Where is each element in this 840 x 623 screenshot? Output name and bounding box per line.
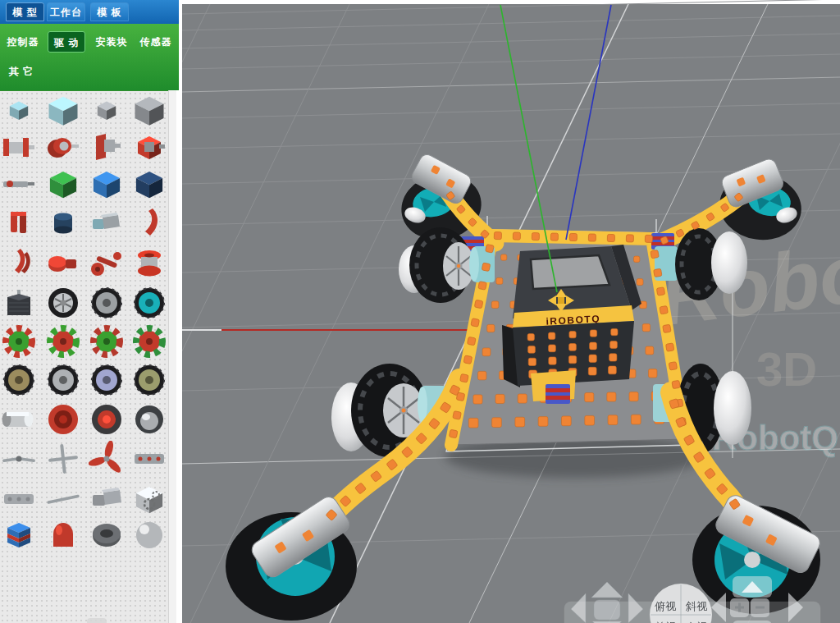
axis-z bbox=[566, 5, 611, 240]
part-sphere-silver[interactable] bbox=[131, 516, 167, 552]
part-axle-rod[interactable] bbox=[45, 481, 81, 517]
part-crank-rod-red[interactable] bbox=[89, 245, 125, 282]
part-wheel-gray-hub[interactable] bbox=[89, 285, 125, 321]
part-omni-wheel-red-a[interactable] bbox=[45, 323, 81, 360]
tab-workbench[interactable]: 工作台 bbox=[47, 2, 85, 21]
part-omni-wheel-red-b[interactable] bbox=[131, 323, 167, 360]
robot-model[interactable]: iROBOTQ bbox=[226, 152, 823, 621]
part-tire-ring-dark[interactable] bbox=[89, 516, 125, 552]
part-dome-red[interactable] bbox=[45, 516, 81, 552]
part-beam-gray[interactable] bbox=[1, 481, 37, 517]
part-motor-red-shaft[interactable] bbox=[1, 129, 37, 165]
category-mounting-block-label: 安装块 bbox=[96, 36, 128, 48]
part-ball-wheel-silver[interactable] bbox=[131, 401, 167, 437]
viewport-3d[interactable]: iRobotQ 3D RobotQ bbox=[182, 0, 840, 623]
top-tabbar: 模 型 工作台 模 板 bbox=[0, 0, 179, 24]
part-connector-teal-gray[interactable] bbox=[89, 204, 125, 240]
category-other-label: 其 它 bbox=[9, 66, 34, 77]
part-wheel-silver-hub[interactable] bbox=[45, 362, 81, 398]
part-propeller-red[interactable] bbox=[89, 441, 125, 477]
part-cube-navy[interactable] bbox=[131, 166, 167, 202]
part-pulley-red[interactable] bbox=[131, 245, 167, 282]
part-omni-wheel-green-a[interactable] bbox=[1, 323, 37, 360]
category-other[interactable]: 其 它 bbox=[5, 62, 38, 80]
part-motor-red-round[interactable] bbox=[45, 129, 81, 165]
part-block-teal-large[interactable] bbox=[45, 92, 81, 128]
gear-watermark bbox=[15, 616, 176, 623]
category-drive-label: 驱 动 bbox=[54, 37, 79, 48]
parts-palette bbox=[0, 90, 176, 623]
part-block-gray-small[interactable] bbox=[89, 92, 125, 128]
category-mounting-block[interactable]: 安装块 bbox=[94, 33, 130, 51]
part-wheel-olive-hub[interactable] bbox=[131, 362, 167, 398]
pan-pad bbox=[571, 582, 643, 623]
part-cylinder-red-peg[interactable] bbox=[45, 245, 81, 282]
part-wheel-dark-red-hub[interactable] bbox=[89, 401, 125, 437]
part-axle-plate-gray[interactable] bbox=[1, 166, 37, 202]
part-beam-gray-studded[interactable] bbox=[131, 441, 167, 477]
category-bar: 控制器 驱 动 安装块 传感器 其 它 bbox=[0, 24, 179, 90]
pan-center[interactable] bbox=[594, 600, 620, 620]
category-controller-label: 控制器 bbox=[7, 36, 39, 48]
part-propeller-thin[interactable] bbox=[1, 441, 37, 477]
tab-model-label: 模 型 bbox=[12, 7, 37, 18]
part-motor-bracket-red[interactable] bbox=[89, 129, 125, 165]
part-hook-red[interactable] bbox=[131, 204, 167, 240]
palette-scrollbar[interactable] bbox=[168, 90, 176, 623]
view-top-button[interactable]: 俯视 bbox=[655, 600, 677, 612]
part-cube-green[interactable] bbox=[45, 166, 81, 202]
part-block-teal-small[interactable] bbox=[1, 92, 37, 128]
part-block-stacked-blue-red[interactable] bbox=[1, 516, 37, 552]
viewport-top-border bbox=[182, 0, 840, 4]
tab-template-label: 模 板 bbox=[97, 7, 121, 18]
category-controller[interactable]: 控制器 bbox=[5, 33, 41, 51]
part-wheel-tan-hub[interactable] bbox=[1, 362, 37, 398]
view-circle: 俯视 斜视 前视 左视 bbox=[650, 584, 712, 623]
part-gear-cube[interactable] bbox=[131, 481, 167, 517]
part-omni-wheel-green-b[interactable] bbox=[89, 323, 125, 360]
tab-template[interactable]: 模 板 bbox=[90, 2, 129, 21]
part-wheel-violet-hub[interactable] bbox=[89, 362, 125, 398]
tab-workbench-label: 工作台 bbox=[50, 7, 82, 18]
part-wheel-teal-hub[interactable] bbox=[131, 285, 167, 321]
part-wheel-spoked-silver[interactable] bbox=[45, 285, 81, 321]
pan-up-button[interactable] bbox=[591, 582, 623, 598]
part-wheel-red[interactable] bbox=[45, 401, 81, 437]
part-stepper-motor[interactable] bbox=[1, 285, 37, 321]
category-drive[interactable]: 驱 动 bbox=[48, 31, 85, 53]
parts-panel: 模 型 工作台 模 板 控制器 驱 动 安装块 传感器 其 它 bbox=[0, 0, 182, 623]
part-axle-cross[interactable] bbox=[45, 441, 81, 477]
tab-model[interactable]: 模 型 bbox=[6, 2, 44, 21]
watermark-3d: 3D bbox=[756, 342, 817, 396]
robot-studio-window: { "tabs": [ {"label": "模 型", "active": t… bbox=[0, 0, 840, 623]
part-cylinder-navy[interactable] bbox=[45, 204, 81, 240]
part-claw-red[interactable] bbox=[1, 245, 37, 282]
part-cube-blue[interactable] bbox=[89, 166, 125, 202]
category-sensor-label: 传感器 bbox=[140, 36, 172, 48]
part-connector-gray[interactable] bbox=[89, 481, 125, 517]
part-bracket-red-vertical[interactable] bbox=[1, 204, 37, 240]
part-motor-block-red[interactable] bbox=[131, 129, 167, 165]
part-roller-silver[interactable] bbox=[1, 401, 37, 437]
category-sensor[interactable]: 传感器 bbox=[138, 33, 174, 51]
part-block-gray-large[interactable] bbox=[131, 92, 167, 128]
viewport-canvas[interactable]: iRobotQ 3D RobotQ bbox=[182, 0, 840, 623]
view-oblique-button[interactable]: 斜视 bbox=[685, 600, 708, 612]
